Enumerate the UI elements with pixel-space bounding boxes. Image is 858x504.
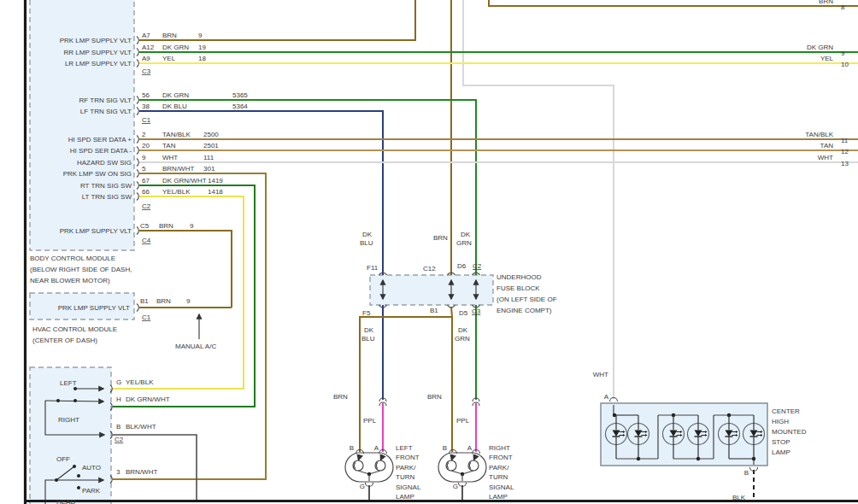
terminal-id: A (467, 444, 473, 452)
circuit-number: 9 (186, 297, 191, 305)
wire-color-label: DK GRN (162, 91, 189, 99)
connector-id: C2 (142, 202, 151, 210)
wire-color-label: DK GRN/WHT (162, 177, 207, 185)
module-caption: BODY CONTROL MODULE (30, 255, 115, 262)
wire-color-label: WHT (162, 154, 178, 161)
circuit-number: 2500 (203, 131, 219, 138)
terminal-id: G (360, 483, 365, 490)
lamp-caption: PARK/ (489, 464, 509, 472)
wire-color-label: BLK/WHT (126, 423, 156, 431)
wire-color-label: WHT (818, 154, 833, 161)
wire-color-label: BRN (159, 222, 173, 230)
wire-color-label: DK GRN/WHT (126, 396, 170, 403)
lamp-caption: SIGNAL (396, 483, 421, 491)
wire-color-label: TAN (162, 142, 176, 149)
wire-color-label: YEL/BLK (162, 188, 191, 196)
pin-id: A7 (142, 32, 150, 39)
bcm-io-label: RR LMP SUPPLY VLT (64, 49, 132, 56)
switch-position-label: AUTO (82, 464, 101, 472)
terminal-id: B (744, 469, 749, 477)
pin-id: C5 (140, 222, 150, 230)
connector-id: C1 (142, 314, 151, 321)
circuit-number: 2501 (203, 142, 219, 149)
wire-color-label: BRN (427, 393, 442, 401)
connector-id: C3 (142, 67, 151, 75)
module-caption: UNDERHOOD (497, 273, 542, 281)
lamp-caption: LAMP (772, 448, 790, 456)
lamp-caption: TURN (396, 473, 414, 481)
wire-color-label: TAN/BLK (805, 131, 833, 138)
lamp-caption: RIGHT (489, 444, 510, 452)
wire-brn-9-c5 (139, 231, 232, 308)
wire-color-label: BRN (156, 297, 171, 305)
wire-brn-8 (489, 0, 858, 6)
hvac-labels: PRK LMP SUPPLY VLT B1 BRN 9 C1 HVAC CONT… (32, 297, 216, 350)
wire-ref-number: 13 (841, 160, 849, 167)
wire-ref-number: 9 (841, 50, 845, 57)
pin-id: B1 (430, 307, 438, 314)
wire-ref-number: 12 (841, 148, 849, 155)
module-caption: HVAC CONTROL MODULE (32, 325, 117, 333)
pin-id: A9 (142, 55, 150, 62)
switch-position-label: OFF (56, 455, 70, 463)
bcm-io-label: LR LMP SUPPLY VLT (65, 60, 132, 67)
circuit-number: 9 (190, 222, 194, 230)
circuit-number: 19 (198, 44, 206, 51)
wire-ref-number: 10 (841, 61, 849, 68)
right-lamp-symbol (438, 453, 486, 482)
right-edge-callouts: BRN 8 DK GRN 9 YEL 10 TAN/BLK 11 TAN 12 … (805, 0, 849, 167)
switch-position-label: RIGHT (58, 416, 79, 424)
pin-id: 20 (142, 142, 150, 149)
pin-id: D6 (457, 262, 467, 270)
bcm-io-label: RT TRN SIG SW (80, 182, 132, 190)
wire-color-label: BRN/WHT (126, 468, 157, 476)
pin-id: B (116, 423, 120, 431)
module-caption: (BELOW RIGHT SIDE OF DASH, (30, 266, 132, 273)
wire-color-label: BLK (732, 494, 746, 501)
wire-color-label: BLU (360, 239, 373, 247)
wire-color-label: YEL (162, 55, 176, 62)
module-caption: (CENTER OF DASH) (32, 337, 97, 344)
wire-color-label: BRN/WHT (162, 165, 194, 173)
wiring-diagram-page: PRK LMP SUPPLY VLT RR LMP SUPPLY VLT LR … (0, 0, 858, 504)
wire-color-label: TAN/BLK (162, 131, 191, 138)
wiring-diagram: PRK LMP SUPPLY VLT RR LMP SUPPLY VLT LR … (0, 0, 858, 504)
wire-color-label: BRN (333, 393, 348, 401)
pin-id: 56 (142, 91, 150, 99)
pin-id: B1 (140, 297, 149, 305)
fuse-block-box (370, 275, 493, 305)
module-caption: ENGINE COMPT) (497, 307, 552, 314)
headlamp-switch-box (30, 367, 111, 504)
bcm-io-label: PRK LMP SW ON SIG (63, 170, 132, 178)
wire-color-label: PPL (363, 417, 377, 425)
wire-brn-b1-right (451, 307, 452, 452)
wire-color-label: GRN (456, 239, 472, 247)
module-caption: (ON LEFT SIDE OF (497, 296, 557, 303)
lamp-caption: LAMP (396, 493, 414, 501)
wire-color-label: WHT (593, 371, 608, 378)
terminal-id: G (453, 483, 458, 490)
pin-id: H (116, 396, 121, 403)
pin-id: 2 (142, 131, 146, 138)
wire-color-label: BRN (162, 32, 177, 39)
wire-color-label: YEL/BLK (126, 378, 154, 386)
wire-blkwht (113, 435, 197, 500)
connector-id: C2 (473, 262, 482, 270)
bcm-io-label: LF TRN SIG VLT (80, 108, 132, 115)
switch-position-label: PARK (82, 487, 101, 495)
lamp-caption: HIGH (772, 418, 789, 425)
pin-id: G (116, 378, 121, 386)
lamp-caption: MOUNTED (772, 428, 807, 436)
bcm-io-label: PRK LMP SUPPLY VLT (60, 37, 132, 44)
pin-id: A12 (142, 44, 155, 51)
terminal-id: A (604, 393, 609, 401)
pin-id: F11 (367, 264, 379, 272)
switch-position-label: HEAD (56, 498, 75, 504)
pin-id: 67 (142, 177, 150, 185)
wire-ref-number: 8 (841, 3, 845, 11)
left-lamp-symbol (345, 453, 393, 482)
connector-id: C1 (142, 116, 151, 124)
wire-color-label: PPL (456, 417, 470, 425)
bcm-io-label: HI SPD SER DATA + (68, 136, 132, 144)
wire-color-label: YEL (820, 55, 834, 62)
